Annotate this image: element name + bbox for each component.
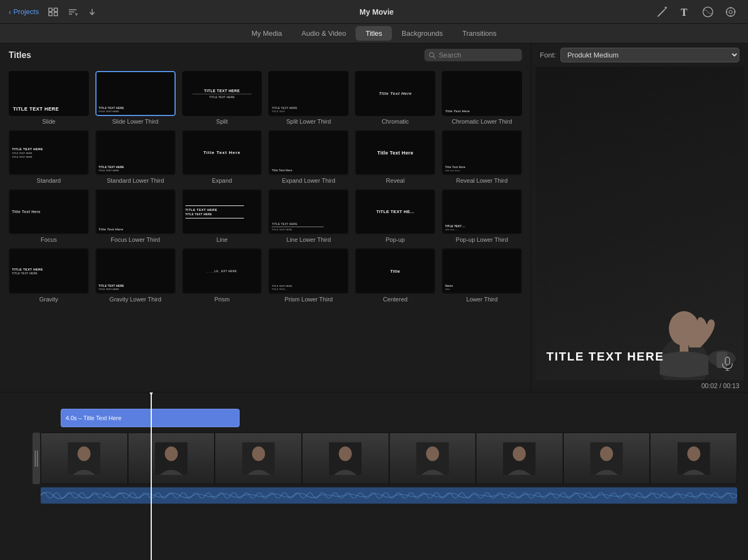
search-input[interactable] xyxy=(439,51,518,59)
title-label-expand-lower-third: Expand Lower Third xyxy=(282,177,335,184)
title-item-expand-lower-third[interactable]: Title Text Here Expand Lower Third xyxy=(268,130,349,184)
color-icon[interactable] xyxy=(699,3,717,21)
svg-point-43 xyxy=(513,446,526,461)
title-item-slide[interactable]: TITLE TEXT HERE Slide xyxy=(9,71,89,125)
svg-point-37 xyxy=(252,446,265,461)
video-frame-2 xyxy=(128,433,215,484)
titles-grid: TITLE TEXT HERE Slide TITLE TEXT HERE TI… xyxy=(0,67,531,392)
video-frame-6 xyxy=(476,433,563,484)
title-item-chromatic[interactable]: Title Text Here Chromatic xyxy=(355,71,435,125)
bottom-section: 4.0s – Title Text Here xyxy=(0,392,748,560)
down-arrow-icon[interactable] xyxy=(85,4,100,20)
svg-point-14 xyxy=(726,8,735,16)
audio-track xyxy=(41,487,737,504)
title-item-popup[interactable]: TITLE TEXT HE... Pop-up xyxy=(355,189,435,243)
title-item-split[interactable]: TITLE TEXT HERE TITLE TEXT HERE Split xyxy=(182,71,262,125)
svg-point-41 xyxy=(426,446,439,461)
svg-point-45 xyxy=(600,446,613,461)
video-frame-5 xyxy=(389,433,476,484)
title-item-standard-lower-third[interactable]: TITLE TEXT HERE TITLE TEXT HERE Standard… xyxy=(95,130,176,184)
title-label-expand: Expand xyxy=(212,177,232,184)
title-label-prism-lower-third: Prism Lower Third xyxy=(285,296,333,302)
svg-rect-48 xyxy=(41,487,737,504)
svg-line-8 xyxy=(658,10,664,16)
back-button[interactable]: ‹ Projects xyxy=(9,8,39,16)
font-select[interactable]: Produkt Medium Helvetica Neue Arial Time… xyxy=(560,48,739,62)
top-bar: ‹ Projects xyxy=(0,0,748,24)
title-item-split-lower-third[interactable]: TITLE TEXT HERE TITLE TEXT Split Lower T… xyxy=(268,71,349,125)
grid-view-icon[interactable] xyxy=(46,4,61,20)
svg-rect-27 xyxy=(725,357,730,365)
microphone-button[interactable] xyxy=(718,354,737,374)
title-item-prism[interactable]: _ _ _LE _EXT HERE Prism xyxy=(182,248,262,302)
tab-transitions[interactable]: Transitions xyxy=(453,26,506,41)
wand-icon[interactable] xyxy=(654,3,671,21)
video-thumb-person xyxy=(68,437,100,480)
title-item-line-lower-third[interactable]: TITLE TEXT HERE TITLE TEXT HERE Line Low… xyxy=(268,189,349,243)
video-frame-1 xyxy=(41,433,128,484)
timecode: 00:02 / 00:13 xyxy=(531,380,748,392)
title-label-split-lower-third: Split Lower Third xyxy=(286,118,331,125)
title-item-centered[interactable]: Title Centered xyxy=(355,248,435,302)
title-label-gravity: Gravity xyxy=(39,296,58,302)
movie-title: My Movie xyxy=(359,8,394,16)
svg-point-35 xyxy=(165,446,178,461)
search-icon xyxy=(429,52,435,59)
scroll-nub[interactable] xyxy=(33,433,40,484)
title-item-gravity-lower-third[interactable]: TITLE TEXT HERE TITLE TEXT HERE Gravity … xyxy=(95,248,176,302)
title-item-expand[interactable]: Title Text Here Expand xyxy=(182,130,262,184)
right-panel: Font: Produkt Medium Helvetica Neue Aria… xyxy=(531,43,748,392)
video-frame-8 xyxy=(650,433,737,484)
tab-titles[interactable]: Titles xyxy=(356,26,392,41)
text-icon[interactable]: T xyxy=(676,3,694,21)
video-track xyxy=(41,433,737,484)
top-bar-icons xyxy=(46,4,100,20)
title-item-focus-lower-third[interactable]: Title Text Here Focus Lower Third xyxy=(95,189,176,243)
title-label-standard: Standard xyxy=(37,177,61,184)
svg-point-15 xyxy=(729,10,732,14)
tab-backgrounds[interactable]: Backgrounds xyxy=(392,26,453,41)
title-item-prism-lower-third[interactable]: TITLE TEXT HERE TITLE TEXT... Prism Lowe… xyxy=(268,248,349,302)
title-label-slide: Slide xyxy=(42,118,55,125)
svg-rect-0 xyxy=(49,8,52,11)
video-frame-7 xyxy=(563,433,650,484)
title-clip-label: 4.0s – Title Text Here xyxy=(66,415,121,421)
sort-icon[interactable] xyxy=(65,4,80,20)
top-bar-right: T xyxy=(654,3,739,21)
title-item-focus[interactable]: Title Text Here Focus xyxy=(9,189,89,243)
title-label-chromatic: Chromatic xyxy=(382,118,409,125)
title-label-focus: Focus xyxy=(41,236,57,243)
main-content: Titles TITLE TEXT HERE Slide xyxy=(0,43,748,392)
playhead[interactable] xyxy=(151,392,152,560)
title-item-gravity[interactable]: TITLE TEXT HERE TITLE TEXT HERE Gravity xyxy=(9,248,89,302)
title-item-lower-third[interactable]: Name Title Lower Third xyxy=(442,248,522,302)
svg-rect-1 xyxy=(54,8,57,11)
title-item-reveal-lower-third[interactable]: Title Text Here title text here Reveal L… xyxy=(442,130,522,184)
title-label-line-lower-third: Line Lower Third xyxy=(287,236,331,243)
title-item-chromatic-lower-third[interactable]: Title Text Here Chromatic Lower Third xyxy=(442,71,522,125)
svg-point-33 xyxy=(78,446,91,461)
svg-line-21 xyxy=(433,56,435,58)
title-item-popup-lower-third[interactable]: TITLE TEXT ... title text ... Pop-up Low… xyxy=(442,189,522,243)
timeline-area: 4.0s – Title Text Here xyxy=(0,392,748,560)
title-item-standard[interactable]: TITLE TEXT HERE TITLE TEXT HERE TITLE TE… xyxy=(9,130,89,184)
preview-video: TITLE TEXT HERE xyxy=(536,67,744,380)
title-item-reveal[interactable]: Title Text Here Reveal xyxy=(355,130,435,184)
title-clip[interactable]: 4.0s – Title Text Here xyxy=(61,409,240,427)
tab-my-media[interactable]: My Media xyxy=(242,26,292,41)
video-frame-3 xyxy=(215,433,302,484)
title-item-slide-lower-third[interactable]: TITLE TEXT HERE TITLE TEXT HERE Slide Lo… xyxy=(95,71,176,125)
font-label: Font: xyxy=(540,51,556,59)
svg-point-39 xyxy=(339,446,352,461)
title-label-popup-lower-third: Pop-up Lower Third xyxy=(456,236,508,243)
title-label-prism: Prism xyxy=(215,296,230,302)
search-box[interactable] xyxy=(424,49,522,61)
title-label-focus-lower-third: Focus Lower Third xyxy=(111,236,160,243)
settings-icon[interactable] xyxy=(722,3,739,21)
font-bar: Font: Produkt Medium Helvetica Neue Aria… xyxy=(531,43,748,67)
title-label-line: Line xyxy=(216,236,228,243)
title-item-line[interactable]: TITLE TEXT HERE TITLE TEXT HERE Line xyxy=(182,189,262,243)
tab-audio-video[interactable]: Audio & Video xyxy=(292,26,356,41)
title-label-popup: Pop-up xyxy=(386,236,405,243)
audio-waveform xyxy=(41,487,737,504)
